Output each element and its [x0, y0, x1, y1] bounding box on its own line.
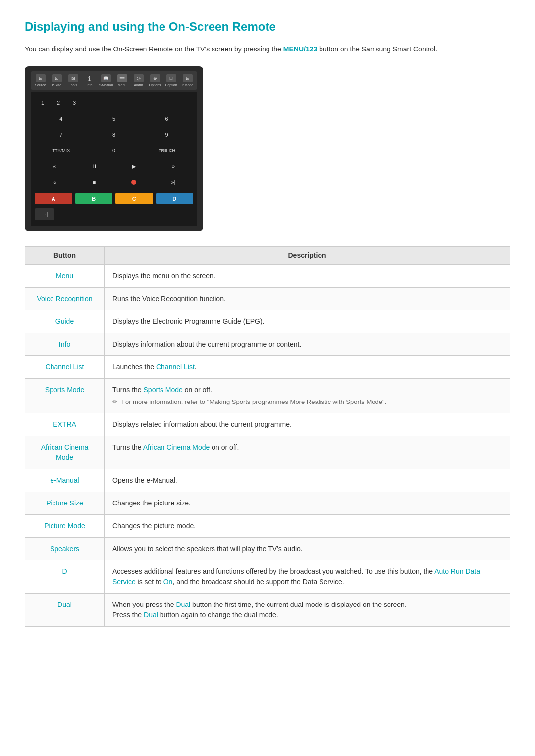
remote-icon-pmode: ⊟ P.Mode	[180, 74, 195, 87]
intro-text: You can display and use the On-Screen Re…	[25, 45, 283, 53]
intro-paragraph: You can display and use the On-Screen Re…	[25, 44, 510, 54]
btn-label-guide: Guide	[55, 317, 74, 325]
btn-label-emanual: e-Manual	[50, 476, 79, 484]
table-row: Voice Recognition Runs the Voice Recogni…	[25, 288, 510, 310]
table-row: e-Manual Opens the e-Manual.	[25, 469, 510, 492]
remote-numpad: 1 2 3 4 5 6 7 8 9 TTX/MIX 0 PRE-CH «	[31, 92, 197, 226]
intro-suffix: button on the Samsung Smart Control.	[317, 45, 437, 53]
table-row: Picture Size Changes the picture size.	[25, 492, 510, 514]
table-row: Dual When you press the Dual button the …	[25, 593, 510, 626]
link-sports-mode: Sports Mode	[144, 386, 183, 394]
remote-image: ⊟ Source ⊡ P.Size ⊠ Tools ℹ Info 📖 e-Man…	[25, 66, 510, 231]
page-title: Displaying and using the On-Screen Remot…	[25, 20, 510, 34]
link-dual1: Dual	[176, 601, 190, 608]
btn-label-extra: EXTRA	[53, 420, 76, 428]
remote-icon-alarm: ◎ Alarm	[131, 74, 146, 87]
link-channel-list: Channel List	[156, 363, 195, 371]
table-row: D Accesses additional features and funct…	[25, 560, 510, 593]
sports-mode-note: ✏ For more information, refer to "Making…	[112, 397, 502, 407]
remote-top-bar: ⊟ Source ⊡ P.Size ⊠ Tools ℹ Info 📖 e-Man…	[31, 71, 197, 90]
desc-sportsmode: Turns the Sports Mode on or off. ✏ For m…	[105, 379, 510, 413]
remote-icon-menu: ≡≡ Menu	[114, 74, 130, 87]
remote-icon-info: ℹ Info	[82, 74, 97, 87]
link-african-cinema: African Cinema Mode	[143, 443, 210, 451]
link-dual2: Dual	[144, 611, 158, 619]
table-row: Channel List Launches the Channel List.	[25, 356, 510, 379]
btn-label-sportsmode: Sports Mode	[45, 386, 84, 394]
table-row: Speakers Allows you to select the speake…	[25, 537, 510, 560]
description-table: Button Description Menu Displays the men…	[25, 246, 510, 627]
btn-label-voice: Voice Recognition	[37, 295, 92, 302]
table-row: Menu Displays the menu on the screen.	[25, 265, 510, 288]
table-row: EXTRA Displays related information about…	[25, 413, 510, 436]
btn-label-channellist: Channel List	[46, 363, 84, 371]
remote-icon-psize: ⊡ P.Size	[49, 74, 64, 87]
btn-label-africancinema: African Cinema Mode	[41, 443, 89, 461]
btn-label-menu: Menu	[56, 272, 73, 280]
remote-icon-caption: □ Caption	[163, 74, 179, 87]
desc-guide: Displays the Electronic Programme Guide …	[105, 310, 510, 333]
btn-label-picturemode: Picture Mode	[44, 522, 85, 530]
btn-label-d: D	[62, 567, 67, 575]
desc-menu: Displays the menu on the screen.	[105, 265, 510, 288]
table-row: Info Displays information about the curr…	[25, 333, 510, 356]
remote-icon-emanual: 📖 e-Manual	[98, 74, 113, 87]
desc-emanual: Opens the e-Manual.	[105, 469, 510, 492]
table-row: African Cinema Mode Turns the African Ci…	[25, 436, 510, 469]
desc-channellist: Launches the Channel List.	[105, 356, 510, 379]
desc-d: Accesses additional features and functio…	[105, 560, 510, 593]
col-button-header: Button	[25, 247, 105, 265]
table-row: Sports Mode Turns the Sports Mode on or …	[25, 379, 510, 413]
table-row: Picture Mode Changes the picture mode.	[25, 514, 510, 537]
desc-picturesize: Changes the picture size.	[105, 492, 510, 514]
desc-picturemode: Changes the picture mode.	[105, 514, 510, 537]
on-screen-remote: ⊟ Source ⊡ P.Size ⊠ Tools ℹ Info 📖 e-Man…	[25, 66, 203, 231]
btn-label-speakers: Speakers	[50, 545, 79, 553]
btn-label-picturesize: Picture Size	[46, 499, 83, 507]
desc-voice: Runs the Voice Recognition function.	[105, 288, 510, 310]
link-on: On	[163, 578, 173, 586]
remote-icon-tools: ⊠ Tools	[65, 74, 81, 87]
intro-highlight: MENU/123	[283, 45, 317, 53]
remote-icon-options: ⊕ Options	[147, 74, 162, 87]
btn-label-info: Info	[59, 340, 70, 348]
desc-extra: Displays related information about the c…	[105, 413, 510, 436]
desc-africancinema: Turns the African Cinema Mode on or off.	[105, 436, 510, 469]
desc-speakers: Allows you to select the speakers that w…	[105, 537, 510, 560]
remote-color-buttons: A B C D	[35, 191, 193, 206]
table-row: Guide Displays the Electronic Programme …	[25, 310, 510, 333]
desc-dual: When you press the Dual button the first…	[105, 593, 510, 626]
col-description-header: Description	[105, 247, 510, 265]
remote-icon-source: ⊟ Source	[33, 74, 48, 87]
btn-label-dual: Dual	[57, 601, 72, 608]
remote-arrow-row: →|	[35, 206, 193, 222]
desc-info: Displays information about the current p…	[105, 333, 510, 356]
